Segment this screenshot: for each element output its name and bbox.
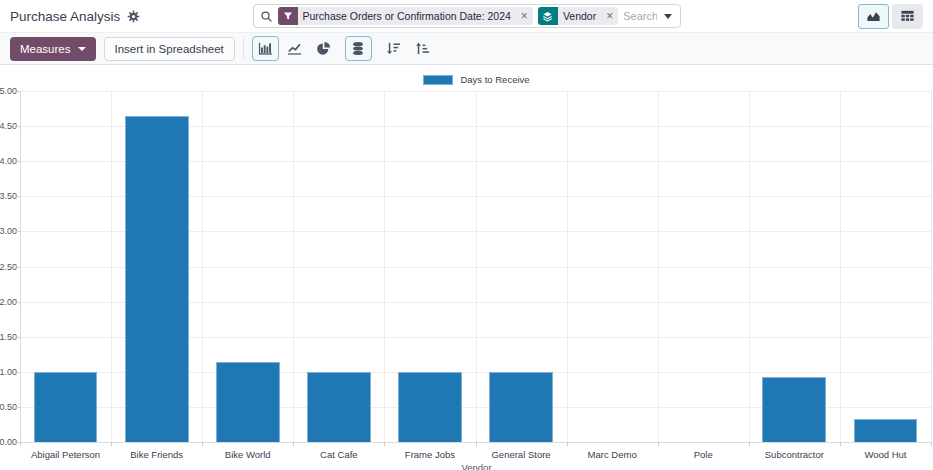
- measures-button[interactable]: Measures: [10, 37, 96, 61]
- x-tick-mark: [20, 442, 21, 446]
- pivot-grid-icon: [900, 9, 915, 24]
- gear-icon[interactable]: [127, 10, 140, 23]
- x-category-label: Subcontractor: [749, 449, 840, 460]
- toolbar-divider: [243, 38, 244, 60]
- x-category-label: Cat Cafe: [293, 449, 384, 460]
- y-tick-label: 2.50: [0, 262, 17, 272]
- breadcrumb: Purchase Analysis: [10, 9, 253, 24]
- x-category-label: Bike World: [202, 449, 293, 460]
- stacked-group: [345, 36, 372, 61]
- x-tick-mark: [658, 442, 659, 446]
- x-category-label: Bike Friends: [111, 449, 202, 460]
- y-tick-label: 4.50: [0, 121, 17, 131]
- remove-groupby-icon[interactable]: [601, 7, 618, 25]
- x-gridline: [749, 91, 750, 442]
- filter-facet: Purchase Orders or Confirmation Date: 20…: [278, 7, 533, 25]
- sort-ascending-icon: [415, 41, 430, 56]
- x-tick-mark: [111, 442, 112, 446]
- x-tick-mark: [840, 442, 841, 446]
- chart-area: Days to Receive 0.000.501.001.502.002.50…: [0, 65, 933, 470]
- pie-chart-button[interactable]: [310, 36, 337, 61]
- legend-label: Days to Receive: [460, 74, 529, 85]
- y-tick-label: 2.00: [0, 297, 17, 307]
- groupby-facet-label: Vendor: [558, 7, 601, 25]
- bar[interactable]: [216, 362, 280, 442]
- remove-filter-icon[interactable]: [516, 7, 533, 25]
- sort-descending-icon: [386, 41, 401, 56]
- y-tick-label: 3.50: [0, 191, 17, 201]
- x-gridline: [567, 91, 568, 442]
- x-gridline: [202, 91, 203, 442]
- bar-chart-button[interactable]: [252, 36, 279, 61]
- view-switcher: [681, 4, 924, 29]
- y-tick-label: 1.50: [0, 332, 17, 342]
- chart-legend[interactable]: Days to Receive: [20, 74, 933, 85]
- bar[interactable]: [489, 372, 553, 442]
- x-tick-mark: [293, 442, 294, 446]
- x-tick-mark: [749, 442, 750, 446]
- x-gridline: [658, 91, 659, 442]
- bar[interactable]: [762, 377, 826, 442]
- bar[interactable]: [125, 116, 189, 442]
- pie-chart-icon: [316, 41, 331, 56]
- x-gridline: [384, 91, 385, 442]
- measures-label: Measures: [20, 43, 71, 55]
- x-tick-mark: [202, 442, 203, 446]
- y-tick-label: 5.00: [0, 86, 17, 96]
- x-category-label: Marc Demo: [567, 449, 658, 460]
- x-tick-mark: [476, 442, 477, 446]
- y-tick-label: 3.00: [0, 226, 17, 236]
- x-tick-mark: [384, 442, 385, 446]
- sort-descending-button[interactable]: [380, 36, 407, 61]
- graph-toolbar: Measures Insert in Spreadsheet: [0, 32, 933, 65]
- x-category-label: Wood Hut: [840, 449, 931, 460]
- line-chart-button[interactable]: [281, 36, 308, 61]
- x-axis-title: Vendor: [20, 462, 933, 470]
- groupby-facet: Vendor: [538, 7, 618, 25]
- legend-swatch: [423, 75, 453, 85]
- insert-in-spreadsheet-button[interactable]: Insert in Spreadsheet: [104, 37, 235, 61]
- page-title: Purchase Analysis: [10, 9, 120, 24]
- graph-view-button[interactable]: [858, 4, 889, 29]
- y-tick-label: 0.00: [0, 437, 17, 447]
- chart-type-group: [252, 36, 337, 61]
- x-gridline: [931, 91, 932, 442]
- stacked-database-icon: [351, 41, 365, 56]
- x-gridline: [293, 91, 294, 442]
- y-tick-label: 1.00: [0, 367, 17, 377]
- bar[interactable]: [307, 372, 371, 442]
- bar[interactable]: [854, 419, 918, 442]
- line-chart-icon: [287, 41, 302, 56]
- bar-chart-icon: [258, 41, 273, 56]
- x-gridline: [840, 91, 841, 442]
- search-input[interactable]: [623, 10, 656, 22]
- x-gridline: [111, 91, 112, 442]
- y-tick-label: 4.00: [0, 156, 17, 166]
- search-bar[interactable]: Purchase Orders or Confirmation Date: 20…: [253, 4, 681, 28]
- bar-chart-plot: 0.000.501.001.502.002.503.003.504.004.50…: [20, 91, 931, 442]
- y-tick-label: 0.50: [0, 402, 17, 412]
- pivot-view-button[interactable]: [892, 4, 923, 29]
- filter-icon: [278, 7, 298, 25]
- sort-ascending-button[interactable]: [409, 36, 436, 61]
- search-dropdown-caret-icon[interactable]: [664, 14, 672, 19]
- x-category-label: Abigail Peterson: [20, 449, 111, 460]
- x-gridline: [476, 91, 477, 442]
- stacked-toggle-button[interactable]: [345, 36, 372, 61]
- x-category-label: Pole: [658, 449, 749, 460]
- x-tick-mark: [931, 442, 932, 446]
- search-icon: [260, 10, 273, 23]
- x-category-label: General Store: [476, 449, 567, 460]
- area-chart-icon: [866, 9, 881, 24]
- sort-group: [380, 36, 436, 61]
- control-panel: Purchase Analysis: [0, 0, 933, 32]
- x-gridline: [20, 91, 21, 442]
- x-category-label: Frame Jobs: [384, 449, 475, 460]
- filter-facet-label: Purchase Orders or Confirmation Date: 20…: [298, 7, 516, 25]
- layers-icon: [538, 7, 558, 25]
- bar[interactable]: [34, 372, 98, 442]
- caret-down-icon: [78, 47, 86, 51]
- bar[interactable]: [398, 372, 462, 442]
- x-tick-mark: [567, 442, 568, 446]
